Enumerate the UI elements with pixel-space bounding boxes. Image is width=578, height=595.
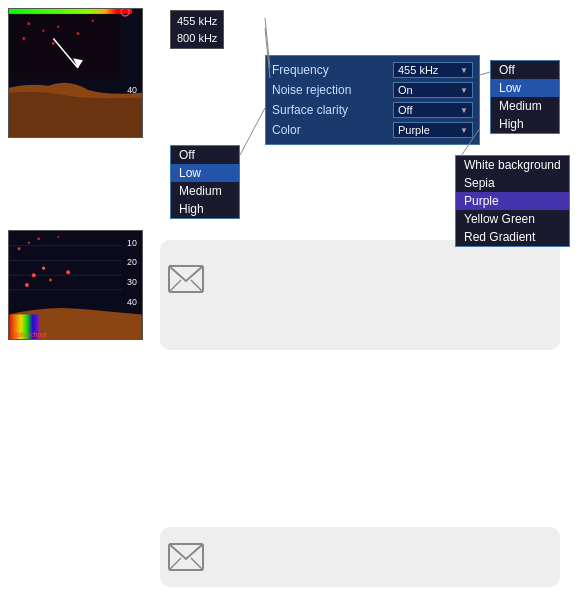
noise-rejection-dropdown[interactable]: On ▼ — [393, 82, 473, 98]
frequency-row: Frequency 455 kHz ▼ — [266, 60, 479, 80]
dropdown-item-low-top[interactable]: Low — [491, 79, 559, 97]
dropdown-item-off-top[interactable]: Off — [491, 61, 559, 79]
surface-clarity-dropdown[interactable]: Off ▼ — [393, 102, 473, 118]
surface-clarity-row: Surface clarity Off ▼ — [266, 100, 479, 120]
noise-rejection-arrow: ▼ — [460, 86, 468, 95]
svg-point-38 — [66, 270, 70, 274]
svg-text:40: 40 — [127, 85, 137, 95]
dropdown-item-medium-left[interactable]: Medium — [171, 182, 239, 200]
dropdown-item-white-bg[interactable]: White background — [456, 156, 569, 174]
svg-point-35 — [42, 267, 45, 270]
settings-panel: Frequency 455 kHz ▼ Noise rejection On ▼… — [265, 55, 480, 145]
surface-clarity-arrow: ▼ — [460, 106, 468, 115]
svg-line-2 — [480, 72, 490, 75]
dropdown-item-low-left[interactable]: Low — [171, 164, 239, 182]
dropdown-item-red-gradient[interactable]: Red Gradient — [456, 228, 569, 246]
svg-text:10: 10 — [127, 238, 137, 248]
envelope-icon-1 — [168, 265, 204, 293]
svg-text:40: 40 — [127, 297, 137, 307]
svg-point-37 — [49, 279, 52, 282]
frequency-dropdown[interactable]: 455 kHz ▼ — [393, 62, 473, 78]
surface-clarity-value: Off — [398, 104, 412, 116]
svg-point-16 — [52, 42, 55, 45]
color-label: Color — [272, 123, 393, 137]
svg-point-15 — [92, 20, 94, 22]
svg-point-34 — [32, 273, 36, 277]
surface-clarity-label: Surface clarity — [272, 103, 393, 117]
noise-rejection-row: Noise rejection On ▼ — [266, 80, 479, 100]
svg-line-44 — [169, 558, 181, 570]
svg-rect-7 — [122, 9, 132, 14]
svg-point-14 — [76, 32, 79, 35]
dropdown-bottom-left: Off Low Medium High — [170, 145, 240, 219]
noise-rejection-label: Noise rejection — [272, 83, 393, 97]
sonar-image-1: 40 — [8, 8, 143, 138]
envelope-icon-2 — [168, 543, 204, 571]
message-area-1 — [160, 240, 560, 350]
svg-point-29 — [37, 237, 40, 240]
color-value: Purple — [398, 124, 430, 136]
color-row: Color Purple ▼ — [266, 120, 479, 140]
svg-point-13 — [57, 26, 59, 28]
dropdown-item-medium-top[interactable]: Medium — [491, 97, 559, 115]
frequency-box: 455 kHz 800 kHz — [170, 10, 224, 49]
svg-line-3 — [240, 108, 265, 155]
svg-rect-9 — [11, 15, 119, 79]
svg-line-42 — [191, 280, 203, 292]
svg-line-41 — [169, 280, 181, 292]
svg-text:fish school: fish school — [14, 331, 47, 338]
svg-text:30: 30 — [127, 277, 137, 287]
frequency-value: 455 kHz — [398, 64, 438, 76]
frequency-arrow: ▼ — [460, 66, 468, 75]
svg-point-10 — [27, 22, 30, 25]
dropdown-item-yellow-green[interactable]: Yellow Green — [456, 210, 569, 228]
dropdown-item-high-left[interactable]: High — [171, 200, 239, 218]
color-arrow: ▼ — [460, 126, 468, 135]
svg-point-32 — [18, 247, 21, 250]
svg-point-31 — [57, 236, 59, 238]
dropdown-item-purple[interactable]: Purple — [456, 192, 569, 210]
freq-line-1: 455 kHz — [177, 13, 217, 30]
dropdown-item-sepia[interactable]: Sepia — [456, 174, 569, 192]
svg-point-36 — [25, 283, 29, 287]
svg-point-30 — [28, 242, 30, 244]
dropdown-item-off-left[interactable]: Off — [171, 146, 239, 164]
color-dropdown[interactable]: Purple ▼ — [393, 122, 473, 138]
svg-point-11 — [43, 30, 45, 32]
freq-line-2: 800 kHz — [177, 30, 217, 47]
svg-line-45 — [191, 558, 203, 570]
frequency-label: Frequency — [272, 63, 393, 77]
sonar-image-2: 10 20 30 40 — [8, 230, 143, 340]
svg-text:20: 20 — [127, 257, 137, 267]
noise-rejection-value: On — [398, 84, 413, 96]
message-area-2 — [160, 527, 560, 587]
svg-rect-6 — [9, 9, 122, 14]
dropdown-item-high-top[interactable]: High — [491, 115, 559, 133]
dropdown-top-right: Off Low Medium High — [490, 60, 560, 134]
svg-point-12 — [22, 37, 25, 40]
dropdown-color: White background Sepia Purple Yellow Gre… — [455, 155, 570, 247]
